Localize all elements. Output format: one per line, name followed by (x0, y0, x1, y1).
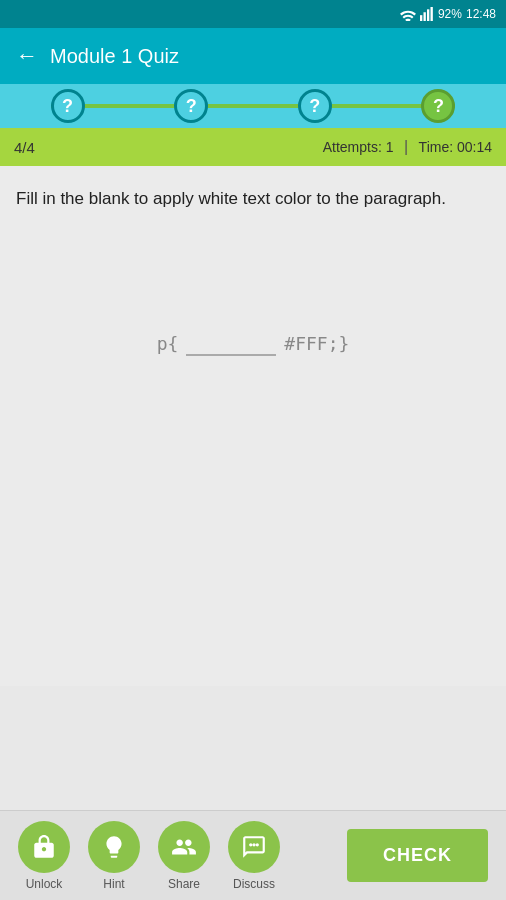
signal-icon (420, 7, 434, 21)
bottom-actions: Unlock Hint Share (18, 821, 280, 891)
attempts-text: Attempts: 1 (323, 139, 394, 155)
info-bar: 4/4 Attempts: 1 | Time: 00:14 (0, 128, 506, 166)
hint-label: Hint (103, 877, 124, 891)
top-bar: ← Module 1 Quiz (0, 28, 506, 84)
hint-button[interactable]: Hint (88, 821, 140, 891)
question-text: Fill in the blank to apply white text co… (16, 186, 490, 212)
progress-dot-3: ? (298, 89, 332, 123)
svg-rect-3 (430, 7, 432, 21)
wifi-icon (400, 7, 416, 21)
discuss-label: Discuss (233, 877, 275, 891)
unlock-button[interactable]: Unlock (18, 821, 70, 891)
status-icons: 92% 12:48 (400, 7, 496, 21)
time-elapsed: Time: 00:14 (419, 139, 492, 155)
bottom-bar: Unlock Hint Share (0, 810, 506, 900)
quiz-title: Module 1 Quiz (50, 45, 179, 68)
status-bar: 92% 12:48 (0, 0, 506, 28)
unlock-label: Unlock (26, 877, 63, 891)
check-button[interactable]: CHECK (347, 829, 488, 882)
info-divider: | (404, 138, 408, 155)
hint-icon-circle (88, 821, 140, 873)
time-text: 12:48 (466, 7, 496, 21)
battery-text: 92% (438, 7, 462, 21)
share-label: Share (168, 877, 200, 891)
share-icon (171, 834, 197, 860)
progress-dot-4: ? (421, 89, 455, 123)
svg-rect-0 (420, 15, 422, 21)
unlock-icon-circle (18, 821, 70, 873)
discuss-icon (241, 834, 267, 860)
progress-dot-1: ? (51, 89, 85, 123)
progress-track: ? ? ? ? (51, 89, 456, 123)
code-block: p{ #FFF;} (157, 332, 350, 356)
code-suffix: #FFF;} (284, 333, 349, 354)
main-content: Fill in the blank to apply white text co… (0, 166, 506, 686)
unlock-icon (31, 834, 57, 860)
code-input-blank[interactable] (186, 332, 276, 356)
info-bar-right: Attempts: 1 | Time: 00:14 (323, 138, 492, 156)
share-icon-circle (158, 821, 210, 873)
code-prefix: p{ (157, 333, 179, 354)
progress-indicator: 4/4 (14, 139, 35, 156)
back-button[interactable]: ← (16, 43, 38, 69)
dot-wrapper: ? ? ? ? (51, 89, 456, 123)
hint-icon (101, 834, 127, 860)
code-area: p{ #FFF;} (16, 332, 490, 356)
discuss-button[interactable]: Discuss (228, 821, 280, 891)
share-button[interactable]: Share (158, 821, 210, 891)
svg-rect-2 (427, 9, 429, 21)
discuss-icon-circle (228, 821, 280, 873)
svg-point-4 (249, 843, 252, 846)
progress-bar: ? ? ? ? (0, 84, 506, 128)
svg-rect-1 (423, 12, 425, 21)
progress-dot-2: ? (174, 89, 208, 123)
svg-point-6 (256, 843, 259, 846)
svg-point-5 (252, 843, 255, 846)
